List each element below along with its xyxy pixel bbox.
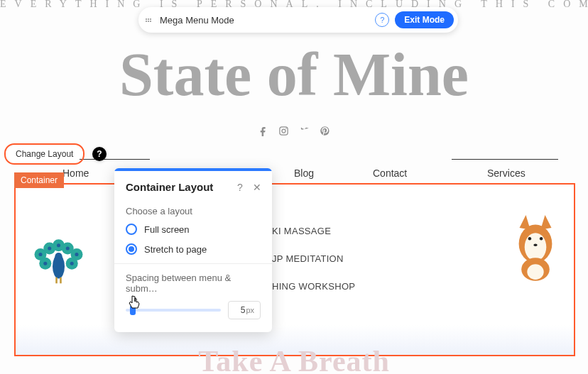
submenu-item[interactable]: JP MEDITATION [272, 253, 355, 264]
svg-point-27 [527, 264, 543, 280]
svg-point-2 [285, 128, 287, 129]
help-icon[interactable]: ? [375, 13, 389, 27]
container-badge: Container [14, 172, 64, 188]
layout-section-label: Choose a layout [126, 206, 261, 216]
svg-point-25 [533, 244, 537, 247]
radio-icon [126, 224, 137, 235]
svg-point-8 [57, 243, 60, 247]
mode-bar-label: Mega Menu Mode [160, 15, 375, 26]
radio-label: Stretch to page [144, 244, 207, 255]
radio-stretch-to-page[interactable]: Stretch to page [126, 243, 261, 255]
social-icons-row [0, 126, 588, 139]
svg-rect-19 [55, 277, 58, 284]
submenu-list: KI MASSAGE JP MEDITATION HING WORKSHOP [272, 226, 355, 309]
spacing-unit: px [246, 306, 254, 314]
svg-point-24 [540, 237, 543, 241]
close-icon[interactable]: ✕ [252, 182, 262, 193]
svg-point-23 [528, 237, 532, 241]
nav-item-contact[interactable]: Contact [373, 167, 407, 179]
submenu-item[interactable]: KI MASSAGE [272, 226, 355, 236]
nav-item-home[interactable]: Home [62, 167, 89, 179]
fox-illustration [510, 211, 561, 282]
svg-point-18 [55, 253, 62, 260]
svg-point-14 [43, 262, 47, 265]
spacing-value: 5 [241, 305, 246, 315]
svg-point-16 [70, 262, 74, 265]
cursor-pointer-icon [128, 295, 141, 313]
help-dark-icon[interactable]: ? [92, 147, 107, 161]
spacing-section-label: Spacing between menu & subm… [126, 273, 261, 294]
change-layout-button[interactable]: Change Layout [7, 146, 82, 162]
divider [114, 263, 272, 264]
svg-point-6 [48, 246, 51, 250]
nav-item-blog[interactable]: Blog [294, 167, 314, 179]
pinterest-icon[interactable] [320, 126, 330, 139]
section-heading: Take A Breath [0, 344, 588, 374]
nav-item-services[interactable]: Services [487, 167, 526, 179]
radio-label: Full screen [144, 224, 190, 235]
popover-title: Container Layout [126, 181, 228, 193]
svg-rect-20 [60, 277, 62, 284]
svg-point-12 [75, 253, 78, 256]
radio-full-screen[interactable]: Full screen [126, 224, 261, 235]
svg-point-1 [282, 129, 285, 133]
svg-point-10 [66, 246, 70, 250]
peacock-illustration [28, 236, 89, 285]
spacing-value-input[interactable]: 5px [228, 301, 261, 319]
change-layout-highlight: Change Layout [4, 143, 85, 165]
twitter-icon[interactable] [299, 126, 310, 139]
svg-point-22 [525, 233, 547, 261]
drag-handle-icon[interactable] [146, 15, 153, 25]
nav-active-underline [452, 159, 558, 160]
facebook-icon[interactable] [258, 126, 268, 139]
exit-mode-button[interactable]: Exit Mode [395, 11, 454, 28]
site-title: State of Mine [0, 39, 588, 110]
submenu-item[interactable]: HING WORKSHOP [272, 281, 355, 292]
radio-icon [126, 243, 137, 255]
popover-help-icon[interactable]: ? [235, 182, 245, 193]
svg-point-4 [38, 253, 42, 256]
instagram-icon[interactable] [278, 126, 289, 139]
mode-bar: Mega Menu Mode ? Exit Mode [138, 7, 458, 33]
